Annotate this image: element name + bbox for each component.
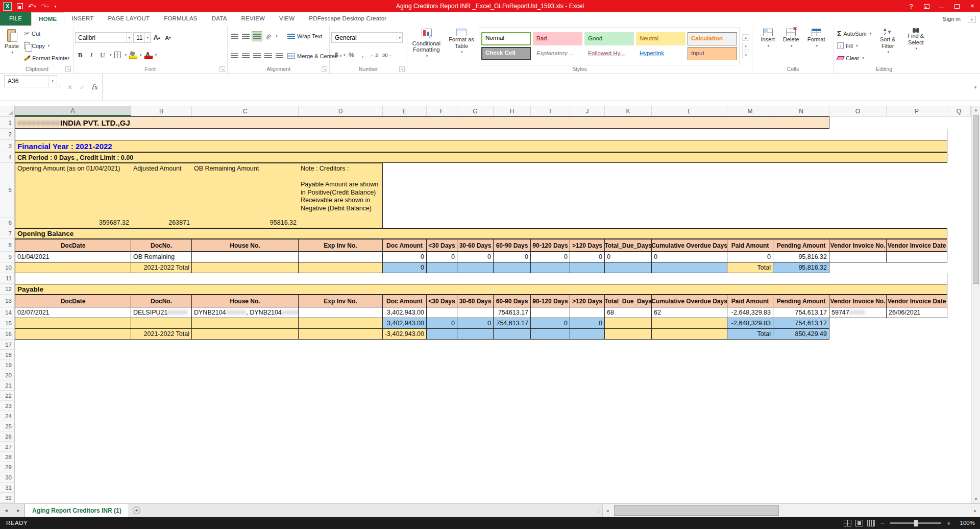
align-center-button[interactable]	[240, 51, 251, 61]
column-header-F[interactable]: F	[427, 106, 457, 116]
cell-I8[interactable]: 90-120 Days	[531, 239, 570, 252]
vertical-scrollbar[interactable]: ▲ ▼	[971, 106, 980, 503]
row-header-16[interactable]: 16	[0, 329, 15, 340]
comma-style-button[interactable]: ,	[358, 50, 368, 60]
cell-A14[interactable]: 02/07/2021	[15, 307, 131, 318]
row-header-25[interactable]: 25	[0, 421, 15, 431]
cell-A12[interactable]: Payable	[15, 284, 947, 295]
column-header-A[interactable]: A	[15, 106, 131, 116]
cell-B14[interactable]: DELSIPU21#####	[131, 307, 192, 318]
vertical-scroll-thumb[interactable]	[973, 115, 979, 284]
zoom-slider-thumb[interactable]	[914, 520, 918, 526]
cell-M16[interactable]: Total	[727, 329, 773, 340]
cell-C8[interactable]: House No.	[192, 239, 299, 252]
cell-D8[interactable]: Exp Inv No.	[299, 239, 383, 252]
cell-H13[interactable]: 60-90 Days	[494, 295, 531, 307]
cell-A1[interactable]: ######### INDIA PVT. LTD.,GJ	[15, 116, 829, 129]
tab-pdfescape-desktop-creator[interactable]: PDFescape Desktop Creator	[302, 12, 394, 26]
percent-style-button[interactable]: %	[347, 50, 357, 60]
horizontal-scroll-thumb[interactable]	[614, 505, 779, 516]
cell-L13[interactable]: Cumulative Overdue Days	[652, 295, 727, 307]
cell-style-normal[interactable]: Normal	[481, 32, 531, 45]
cell-C9[interactable]	[192, 252, 299, 262]
column-header-H[interactable]: H	[494, 106, 531, 116]
fill-button[interactable]: ↓Fill▾	[836, 40, 873, 51]
cell-E13[interactable]: Doc Amount	[383, 295, 427, 307]
bottom-align-button[interactable]	[252, 31, 262, 41]
cell-E15[interactable]: 3,402,943.00	[383, 318, 427, 329]
insert-cells-button[interactable]: Insert▾	[758, 27, 777, 65]
sheet-tab-active[interactable]: Aging Report Creditors INR (1)	[24, 504, 129, 517]
paste-button[interactable]: Paste▾	[3, 27, 21, 65]
row-header-17[interactable]: 17	[0, 340, 15, 350]
confirm-entry-icon[interactable]: ✓	[77, 84, 88, 91]
cell-I10[interactable]	[531, 262, 570, 273]
cell-J8[interactable]: >120 Days	[570, 239, 605, 252]
borders-button[interactable]	[113, 50, 123, 60]
row-header-15[interactable]: 15	[0, 318, 15, 329]
decrease-indent-button[interactable]	[263, 51, 273, 61]
normal-view-icon[interactable]	[844, 520, 851, 526]
cell-A4[interactable]: CR Period : 0 Days , Credit Limit : 0.00	[15, 152, 947, 163]
tab-home[interactable]: HOME	[31, 12, 64, 26]
cell-H9[interactable]: 0	[494, 252, 531, 262]
cell-G13[interactable]: 30-60 Days	[457, 295, 494, 307]
fill-color-button[interactable]	[128, 50, 138, 60]
tab-data[interactable]: DATA	[205, 12, 234, 26]
cell-M8[interactable]: Paid Amount	[727, 239, 773, 252]
middle-align-button[interactable]	[240, 31, 251, 41]
tab-review[interactable]: REVIEW	[234, 12, 273, 26]
cell-C5[interactable]: OB Remaining Amount	[192, 163, 299, 218]
cell-M14[interactable]: -2,648,329.83	[727, 307, 773, 318]
cell-M15[interactable]: -2,648,329.83	[727, 318, 773, 329]
row-header-4[interactable]: 4	[0, 152, 15, 163]
column-header-J[interactable]: J	[570, 106, 605, 116]
cell-A9[interactable]: 01/04/2021	[15, 252, 131, 262]
save-button[interactable]	[17, 3, 23, 9]
cell-K15[interactable]	[605, 318, 652, 329]
row-header-27[interactable]: 27	[0, 442, 15, 452]
cell-E16[interactable]: -3,402,943.00	[383, 329, 427, 340]
cell-H14[interactable]: 754613.17	[494, 307, 531, 318]
orientation-button[interactable]: ab	[263, 31, 274, 41]
cell-A8[interactable]: DocDate	[15, 239, 131, 252]
expand-formula-bar-icon[interactable]: ▾	[971, 74, 980, 100]
top-align-button[interactable]	[229, 31, 239, 41]
cell-B10[interactable]: 2021-2022 Total	[131, 262, 192, 273]
cell-D14[interactable]	[299, 307, 383, 318]
sign-in-link[interactable]: Sign in	[936, 13, 968, 26]
find-select-button[interactable]: Find & Select▾	[902, 27, 929, 65]
cell-style-fhy[interactable]: Followed Hy...	[584, 47, 634, 60]
qat-customize-button[interactable]: ▾	[54, 3, 57, 10]
row-header-2[interactable]: 2	[0, 129, 15, 140]
clear-button[interactable]: Clear▾	[836, 53, 873, 63]
column-header-Q[interactable]: Q	[947, 106, 971, 116]
tab-file[interactable]: FILE	[0, 12, 31, 26]
cell-O8[interactable]: Vendor Invoice No.	[829, 239, 887, 252]
font-dialog-launcher[interactable]: ↘	[219, 66, 225, 72]
cell-I16[interactable]	[531, 329, 570, 340]
cell-D5[interactable]: Note : Creditors : Payable Amount are sh…	[299, 163, 383, 228]
cell-L8[interactable]: Cumulative Overdue Days	[652, 239, 727, 252]
cell-H16[interactable]	[494, 329, 531, 340]
column-header-C[interactable]: C	[192, 106, 299, 116]
column-header-E[interactable]: E	[383, 106, 427, 116]
column-header-I[interactable]: I	[531, 106, 570, 116]
cell-B6[interactable]: 263871	[131, 218, 192, 228]
cell-N16[interactable]: 850,429.49	[773, 329, 829, 340]
cell-A5[interactable]: Opening Amount (as on 01/04/2021)	[15, 163, 131, 218]
row-header-31[interactable]: 31	[0, 483, 15, 493]
cell-N9[interactable]: 95,816.32	[773, 252, 829, 262]
cell-P13[interactable]: Vendor Invoice Date	[887, 295, 947, 307]
cell-O9[interactable]	[829, 252, 887, 262]
cell-M10[interactable]: Total	[727, 262, 773, 273]
sheet-nav-right-icon[interactable]: ▸	[12, 504, 24, 517]
insert-function-icon[interactable]: fx	[89, 83, 100, 91]
row-header-23[interactable]: 23	[0, 401, 15, 411]
conditional-formatting-button[interactable]: ≠ Conditional Formatting▾	[409, 27, 444, 65]
increase-indent-button[interactable]	[274, 51, 284, 61]
cell-A3[interactable]: Financial Year : 2021-2022	[15, 140, 947, 152]
cell-A7[interactable]: Opening Balance	[15, 228, 947, 239]
cell-A2[interactable]	[15, 129, 947, 140]
cell-B5[interactable]: Adjusted Amount	[131, 163, 192, 218]
